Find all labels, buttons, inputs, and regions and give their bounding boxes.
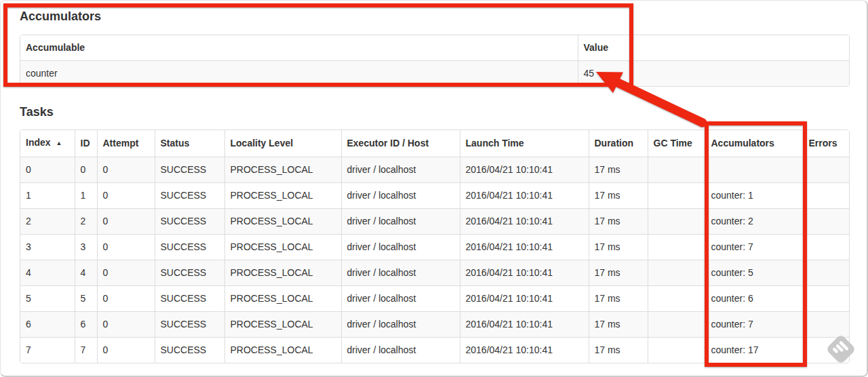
status-cell: SUCCESS [155,209,224,235]
attempt-cell: 0 [97,183,155,209]
executor-id-host-cell: driver / localhost [341,286,460,312]
errors-cell [803,260,849,286]
duration-cell: 17 ms [589,286,648,312]
id-cell: 1 [75,183,97,209]
executor-id-host-cell: driver / localhost [341,209,460,235]
launch-time-column-header[interactable]: Launch Time [460,130,589,157]
task-row: 4 4 0 SUCCESS PROCESS_LOCAL driver / loc… [20,260,849,286]
launch-time-cell: 2016/04/21 10:10:41 [460,338,589,363]
accumulators-cell: counter: 7 [705,312,803,338]
errors-cell [803,286,849,312]
status-cell: SUCCESS [155,260,224,286]
errors-cell [803,209,849,235]
accumulators-cell: counter: 1 [705,183,803,209]
index-cell: 1 [20,183,75,209]
page: Accumulators Accumulable Value counter 4… [0,0,868,377]
tasks-section-title: Tasks [20,104,848,119]
gc-time-cell [648,157,705,183]
locality-level-cell: PROCESS_LOCAL [224,157,341,183]
task-row: 6 6 0 SUCCESS PROCESS_LOCAL driver / loc… [20,312,849,338]
status-column-header[interactable]: Status [155,130,224,157]
executor-id-host-cell: driver / localhost [341,183,460,209]
task-row: 3 3 0 SUCCESS PROCESS_LOCAL driver / loc… [20,235,849,260]
duration-cell: 17 ms [589,338,648,363]
attempt-cell: 0 [97,286,155,312]
index-column-header[interactable]: Index▲ [20,130,75,157]
status-cell: SUCCESS [155,183,224,209]
attempt-cell: 0 [97,260,155,286]
executor-id-host-cell: driver / localhost [341,157,460,183]
main-content: Accumulators Accumulable Value counter 4… [1,9,867,363]
accumulators-column-header[interactable]: Accumulators [705,130,803,157]
locality-level-cell: PROCESS_LOCAL [224,209,341,235]
duration-cell: 17 ms [589,209,648,235]
errors-cell [803,338,849,363]
accumulators-cell [705,157,803,183]
status-cell: SUCCESS [155,157,224,183]
locality-level-column-header[interactable]: Locality Level [224,130,341,157]
errors-cell [803,157,849,183]
errors-cell [803,312,849,338]
duration-cell: 17 ms [589,157,648,183]
attempt-cell: 0 [97,209,155,235]
gc-time-cell [648,209,705,235]
tasks-table: Index▲ ID Attempt Status Locality Level … [20,130,850,363]
locality-level-cell: PROCESS_LOCAL [224,235,341,260]
launch-time-cell: 2016/04/21 10:10:41 [460,286,589,312]
index-cell: 4 [20,260,75,286]
launch-time-cell: 2016/04/21 10:10:41 [460,260,589,286]
id-cell: 6 [75,312,97,338]
locality-level-cell: PROCESS_LOCAL [224,312,341,338]
launch-time-cell: 2016/04/21 10:10:41 [460,157,589,183]
locality-level-cell: PROCESS_LOCAL [224,286,341,312]
launch-time-cell: 2016/04/21 10:10:41 [460,209,589,235]
duration-cell: 17 ms [589,235,648,260]
index-cell: 5 [20,286,75,312]
status-cell: SUCCESS [155,286,224,312]
attempt-column-header[interactable]: Attempt [97,130,155,157]
accumulators-cell: counter: 2 [705,209,803,235]
locality-level-cell: PROCESS_LOCAL [224,183,341,209]
id-cell: 7 [75,338,97,363]
duration-cell: 17 ms [589,312,648,338]
gc-time-cell [648,260,705,286]
errors-cell [803,235,849,260]
duration-column-header[interactable]: Duration [589,130,648,157]
gc-time-cell [648,312,705,338]
accumulable-value-cell: 45 [578,61,849,87]
task-row: 2 2 0 SUCCESS PROCESS_LOCAL driver / loc… [20,209,849,235]
executor-id-host-cell: driver / localhost [341,260,460,286]
accumulators-section-title: Accumulators [20,9,848,24]
task-row: 0 0 0 SUCCESS PROCESS_LOCAL driver / loc… [20,157,849,183]
task-row: 5 5 0 SUCCESS PROCESS_LOCAL driver / loc… [20,286,849,312]
accumulators-cell: counter: 7 [705,235,803,260]
executor-id-host-cell: driver / localhost [341,338,460,363]
id-column-header[interactable]: ID [75,130,97,157]
errors-cell [803,183,849,209]
launch-time-cell: 2016/04/21 10:10:41 [460,183,589,209]
accumulators-cell: counter: 6 [705,286,803,312]
index-cell: 2 [20,209,75,235]
attempt-cell: 0 [97,312,155,338]
index-cell: 0 [20,157,75,183]
id-cell: 4 [75,260,97,286]
gc-time-cell [648,183,705,209]
id-cell: 0 [75,157,97,183]
task-row: 7 7 0 SUCCESS PROCESS_LOCAL driver / loc… [20,338,849,363]
index-cell: 3 [20,235,75,260]
status-cell: SUCCESS [155,338,224,363]
tasks-table-header-row: Index▲ ID Attempt Status Locality Level … [20,130,849,157]
gc-time-cell [648,338,705,363]
status-cell: SUCCESS [155,312,224,338]
accumulable-name-cell: counter [20,61,578,87]
executor-id-host-cell: driver / localhost [341,235,460,260]
accumulable-table-header-row: Accumulable Value [20,35,849,61]
attempt-cell: 0 [97,157,155,183]
gc-time-column-header[interactable]: GC Time [648,130,705,157]
accumulable-table-row: counter 45 [20,61,849,87]
executor-id-host-column-header[interactable]: Executor ID / Host [341,130,460,157]
errors-column-header[interactable]: Errors [803,130,849,157]
duration-cell: 17 ms [589,183,648,209]
task-row: 1 1 0 SUCCESS PROCESS_LOCAL driver / loc… [20,183,849,209]
gc-time-cell [648,286,705,312]
